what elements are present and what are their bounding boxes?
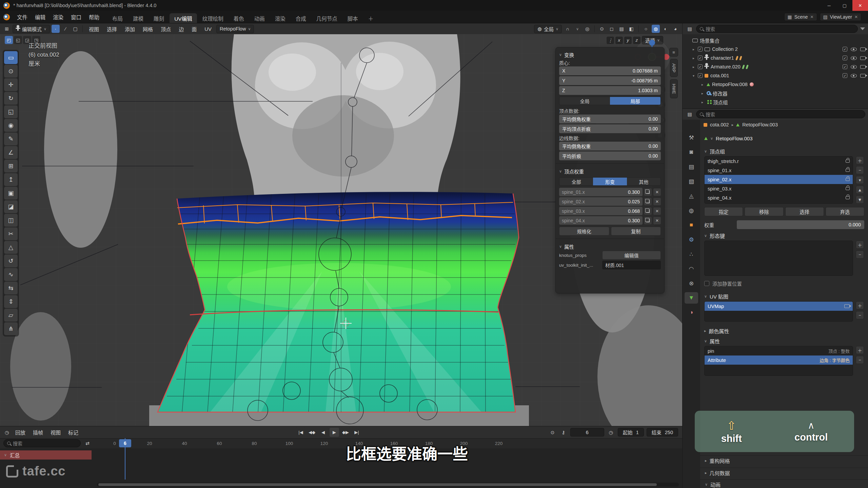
shrink-fatten-tool[interactable]: ⇕ bbox=[4, 295, 18, 308]
hide-viewport-eye-icon[interactable] bbox=[851, 65, 857, 69]
exclude-checkbox[interactable]: ✓ bbox=[698, 73, 703, 78]
vertex-group-item-active[interactable]: spine_02.x bbox=[705, 175, 853, 184]
add-shape-key-button[interactable]: ＋ bbox=[856, 241, 864, 249]
menu-playback[interactable]: 回放 bbox=[12, 429, 28, 436]
disable-render-camera-icon[interactable] bbox=[860, 74, 866, 78]
vertex-select-mode-button[interactable]: ∙ bbox=[52, 25, 60, 33]
shape-keys-list[interactable] bbox=[704, 241, 853, 276]
geometry-data-panel-header[interactable]: ▸ 几何数据 bbox=[700, 468, 868, 478]
rest-position-checkbox[interactable] bbox=[704, 281, 709, 286]
workspace-tab-animation[interactable]: 动画 bbox=[250, 13, 270, 23]
menu-view-timeline[interactable]: 视图 bbox=[47, 429, 64, 436]
weight-value-field[interactable]: spine_03.x0.068 bbox=[559, 207, 643, 215]
tab-physics[interactable]: ◠ bbox=[685, 263, 698, 274]
current-frame-field[interactable]: 6 bbox=[570, 428, 604, 436]
uv-map-item-active[interactable]: UVMap bbox=[705, 302, 853, 311]
tab-object-data[interactable]: ▼ bbox=[685, 292, 698, 304]
scene-selector[interactable]: ▦ Scene ✕ bbox=[784, 13, 817, 21]
copy-weight-icon[interactable] bbox=[644, 188, 652, 196]
delete-weight-icon[interactable]: ✕ bbox=[653, 188, 661, 196]
normalize-button[interactable]: 规格化 bbox=[559, 227, 609, 236]
outliner-item-label[interactable]: Armature.020 bbox=[711, 64, 741, 69]
data-id-row[interactable]: ∨ RetopoFlow.003 bbox=[704, 133, 864, 143]
select-button[interactable]: 选择 bbox=[785, 207, 824, 216]
more-icon[interactable]: ⋮ bbox=[607, 37, 614, 44]
viewport-3d[interactable]: ◰ ◱ ◲ ◳ ⋮ x y z 选项 ∨ 正交前视图 (6) cota.002 … bbox=[0, 34, 682, 426]
edge-crease-field[interactable]: 平均折痕0.00 bbox=[559, 151, 661, 160]
mode-dropdown[interactable]: 编辑模式 ∨ bbox=[13, 25, 50, 33]
shear-tool[interactable]: ▱ bbox=[4, 309, 18, 322]
add-uv-map-button[interactable]: ＋ bbox=[856, 301, 864, 309]
weight-value-field[interactable]: spine_01.x0.300 bbox=[559, 188, 643, 196]
outliner-item-label[interactable]: Collection 2 bbox=[712, 46, 738, 52]
attributes-panel-header[interactable]: ∨ 属性 bbox=[559, 242, 661, 251]
keying-set-icon[interactable]: ⚷ bbox=[559, 428, 568, 436]
tab-modifiers[interactable]: ⚙ bbox=[685, 234, 698, 245]
workspace-tab-uv-editing[interactable]: UV编辑 bbox=[170, 13, 197, 23]
box-select-tool[interactable]: ▭ bbox=[4, 51, 18, 64]
shading-material-button[interactable]: ◐ bbox=[662, 25, 670, 33]
outliner-row-retopoflow008[interactable]: ▸ RetopoFlow.008 bbox=[683, 80, 868, 89]
vertex-group-item[interactable]: spine_01.x bbox=[705, 166, 853, 175]
outliner-item-label[interactable]: cota.001 bbox=[710, 73, 729, 78]
outliner-item-label[interactable]: RetopoFlow.008 bbox=[712, 82, 748, 87]
add-attribute-button[interactable]: ＋ bbox=[856, 346, 864, 354]
lock-icon[interactable] bbox=[846, 178, 850, 181]
tab-particles[interactable]: ∴ bbox=[685, 248, 698, 260]
outliner-item-label[interactable]: 场景集合 bbox=[700, 37, 719, 44]
select-extend-icon[interactable]: ◱ bbox=[14, 36, 22, 44]
tab-constraints[interactable]: ⊗ bbox=[685, 278, 698, 289]
delete-weight-icon[interactable]: ✕ bbox=[653, 217, 661, 224]
copy-weight-icon[interactable] bbox=[644, 198, 652, 205]
weight-value-field[interactable]: spine_02.x0.025 bbox=[559, 197, 643, 206]
shading-rendered-button[interactable]: ◕ bbox=[671, 25, 679, 33]
hide-viewport-eye-icon[interactable] bbox=[851, 74, 857, 78]
blender-menu-icon[interactable] bbox=[3, 14, 10, 20]
edit-value-button[interactable]: 编辑值 bbox=[602, 251, 661, 260]
remove-attribute-button[interactable]: − bbox=[856, 356, 864, 364]
annotate-tool[interactable]: ✎ bbox=[4, 133, 18, 145]
add-cube-tool[interactable]: ⊞ bbox=[4, 160, 18, 172]
selectable-checkbox[interactable]: ✓ bbox=[843, 64, 847, 69]
expand-icon[interactable]: ▸ bbox=[700, 100, 705, 104]
expand-icon[interactable]: ▸ bbox=[700, 92, 705, 95]
uv-maps-panel-header[interactable]: ∨ UV 贴图 bbox=[704, 291, 864, 301]
outliner-row-armature020[interactable]: ▸ ✓ Armature.020 ✓ bbox=[683, 62, 868, 71]
median-y-field[interactable]: Y-0.008795 m bbox=[559, 76, 661, 85]
retopo-mesh[interactable] bbox=[158, 192, 519, 412]
shape-keys-panel-header[interactable]: ∨ 形态键 bbox=[704, 230, 864, 241]
inset-faces-tool[interactable]: ▣ bbox=[4, 187, 18, 200]
copy-weight-icon[interactable] bbox=[644, 207, 652, 215]
lock-icon[interactable] bbox=[846, 187, 850, 190]
copy-button[interactable]: 复制 bbox=[611, 227, 661, 236]
attribute-item-active[interactable]: Attribute 边角 : 字节颜色 bbox=[705, 355, 853, 365]
lock-icon[interactable] bbox=[846, 196, 850, 199]
median-z-field[interactable]: Z1.0303 m bbox=[559, 86, 661, 95]
remesh-panel-header[interactable]: ▸ 重构网格 bbox=[700, 455, 868, 466]
add-vertex-group-button[interactable]: ＋ bbox=[856, 156, 864, 164]
custom-prop-value-field[interactable]: 材质.001 bbox=[602, 261, 661, 269]
workspace-tab-sculpting[interactable]: 雕刻 bbox=[149, 13, 169, 23]
menu-select[interactable]: 选择 bbox=[104, 25, 120, 33]
knife-tool[interactable]: ✂ bbox=[4, 227, 18, 240]
frame-end-field[interactable]: 结束250 bbox=[647, 428, 678, 436]
menu-uv[interactable]: UV bbox=[201, 26, 215, 32]
outliner-row-modifiers[interactable]: ▸ 修改器 bbox=[683, 89, 868, 98]
deselect-button[interactable]: 弃选 bbox=[826, 207, 864, 216]
vertex-group-item[interactable]: thigh_stretch.r bbox=[705, 157, 853, 166]
play-button[interactable]: ▶ bbox=[330, 428, 339, 437]
hide-viewport-eye-icon[interactable] bbox=[851, 56, 857, 60]
scene-unlink-icon[interactable]: ✕ bbox=[810, 15, 814, 19]
remove-button[interactable]: 移除 bbox=[745, 207, 783, 216]
active-render-camera-icon[interactable] bbox=[844, 304, 850, 308]
edge-slide-tool[interactable]: ⇆ bbox=[4, 282, 18, 294]
sidebar-tab-arp[interactable]: ARP bbox=[670, 59, 678, 77]
selectable-checkbox[interactable]: ✓ bbox=[843, 73, 847, 78]
properties-editor-type-button[interactable]: ▤ bbox=[686, 110, 694, 118]
workspace-tab-shading[interactable]: 着色 bbox=[229, 13, 249, 23]
tab-object[interactable]: ■ bbox=[685, 219, 698, 231]
lock-icon[interactable] bbox=[846, 160, 850, 163]
cursor-tool[interactable]: ⊙ bbox=[4, 65, 18, 78]
remove-uv-map-button[interactable]: − bbox=[856, 311, 864, 319]
attributes-panel-header[interactable]: ∨ 属性 bbox=[704, 336, 864, 346]
